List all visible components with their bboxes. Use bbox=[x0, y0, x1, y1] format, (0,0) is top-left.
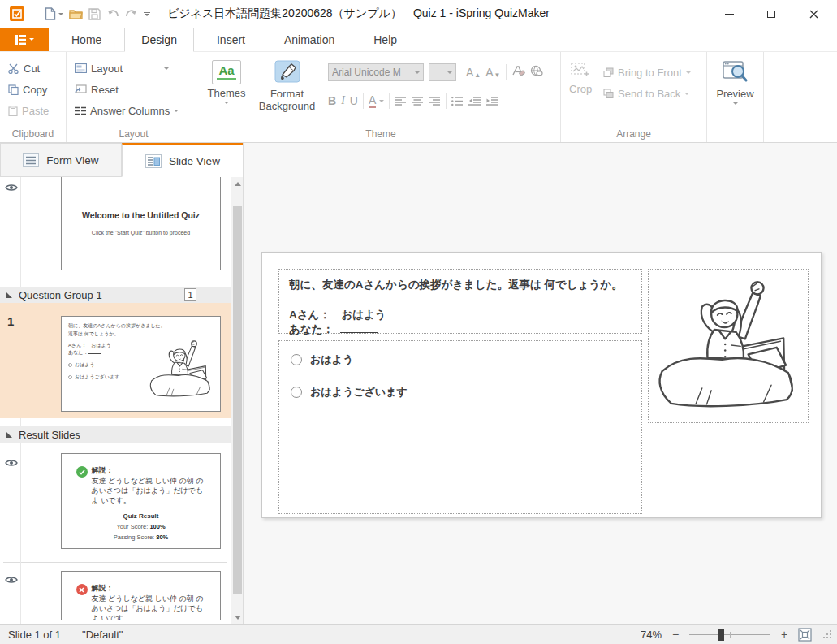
quiz-result-title: Quiz Result bbox=[123, 512, 158, 520]
minimize-button[interactable] bbox=[723, 9, 735, 19]
ribbon-tab-row: Home Design Insert Animation Help bbox=[0, 28, 837, 52]
eye-icon[interactable] bbox=[5, 456, 18, 470]
pass-result-thumbnail[interactable]: 解説： 友達 どうしなど親 しい仲 の朝 の あいさつは「おはよう」だけでもよ … bbox=[61, 453, 221, 549]
thumbnail-list: Welcome to the Untitled Quiz Click the "… bbox=[0, 177, 231, 624]
tab-slide-view[interactable]: Slide View bbox=[122, 143, 243, 177]
tab-form-view[interactable]: Form View bbox=[0, 143, 122, 177]
increase-indent-icon[interactable] bbox=[486, 97, 499, 106]
send-to-back-button[interactable]: Send to Back bbox=[603, 83, 691, 104]
increase-font-size-button[interactable]: A▲ bbox=[466, 66, 481, 79]
font-color-button[interactable]: A bbox=[369, 94, 376, 108]
hyperlink-icon[interactable] bbox=[530, 65, 543, 80]
italic-button[interactable]: I bbox=[341, 94, 345, 107]
quick-access-customize-button[interactable] bbox=[144, 12, 150, 16]
mini-option-2: おはようございます bbox=[75, 374, 119, 381]
question-slide-thumbnail[interactable]: 朝に、友達のAさんからの挨拶がきました。返事は 何でしょうか。 Aさん： おはよ… bbox=[61, 316, 221, 412]
your-score: Your Score: 100% bbox=[116, 523, 165, 530]
fail-body: 友達 どうしなど親 しい仲 の朝 の あいさつは「おはよう」だけでもよ いです。 bbox=[92, 594, 205, 620]
zoom-slider-thumb[interactable] bbox=[718, 629, 724, 641]
paste-button[interactable]: Paste bbox=[0, 100, 66, 121]
redo-button[interactable] bbox=[125, 9, 138, 19]
mini-bed-illustration bbox=[145, 336, 217, 404]
scrollbar-thumb[interactable] bbox=[233, 206, 242, 594]
fit-to-window-button[interactable] bbox=[798, 628, 812, 642]
question-text-box[interactable]: 朝に、友達のAさんからの挨拶がきました。返事は 何でしょうか。 Aさん： おはよ… bbox=[278, 269, 642, 334]
pass-result-row: 解説： 友達 どうしなど親 しい仲 の朝 の あいさつは「おはよう」だけでもよ … bbox=[0, 443, 231, 551]
reset-button[interactable]: Reset bbox=[67, 79, 201, 100]
tab-insert[interactable]: Insert bbox=[201, 28, 261, 51]
close-button[interactable] bbox=[808, 9, 819, 19]
answer-option[interactable]: おはよう bbox=[291, 352, 630, 367]
crop-button[interactable]: Crop bbox=[569, 62, 592, 95]
copy-icon bbox=[8, 84, 19, 95]
clear-formatting-icon[interactable] bbox=[511, 65, 525, 80]
open-folder-button[interactable] bbox=[69, 8, 83, 20]
undo-button[interactable] bbox=[106, 9, 119, 19]
zoom-out-button[interactable]: − bbox=[670, 628, 681, 641]
question-image-box[interactable] bbox=[648, 269, 809, 423]
question-slide-row-selected: 1 朝に、友達のAさんからの挨拶がきました。返事は 何でしょうか。 Aさん： お… bbox=[0, 303, 231, 418]
question-text: 朝に、友達のAさんからの挨拶がきました。返事は 何でしょうか。 bbox=[289, 277, 632, 293]
tab-home[interactable]: Home bbox=[55, 28, 118, 51]
scroll-down-arrow[interactable] bbox=[231, 611, 243, 624]
result-slides-header[interactable]: Result Slides bbox=[0, 426, 231, 443]
slide-canvas: 朝に、友達のAさんからの挨拶がきました。返事は 何でしょうか。 Aさん： おはよ… bbox=[244, 143, 837, 624]
font-name-combo[interactable]: Arial Unicode M bbox=[328, 63, 424, 81]
format-background-icon bbox=[274, 60, 300, 85]
zoom-in-button[interactable]: + bbox=[779, 628, 790, 641]
fail-x-icon bbox=[76, 584, 88, 595]
bring-to-front-button[interactable]: Bring to Front bbox=[603, 62, 691, 83]
answer-option[interactable]: おはようございます bbox=[291, 385, 630, 400]
clipboard-group-label: Clipboard bbox=[0, 128, 66, 140]
reset-icon bbox=[75, 84, 87, 94]
decrease-font-size-button[interactable]: A▼ bbox=[485, 66, 500, 79]
eye-icon[interactable] bbox=[5, 180, 18, 195]
sidebar-scrollbar[interactable] bbox=[231, 177, 243, 624]
align-left-icon[interactable] bbox=[395, 97, 407, 106]
status-bar: Slide 1 of 1 "Default" 74% − + bbox=[0, 624, 837, 644]
answer-columns-button[interactable]: Answer Columns bbox=[67, 100, 201, 121]
radio-button-icon[interactable] bbox=[291, 387, 302, 398]
mini-radio-icon bbox=[68, 375, 72, 379]
application-menu-button[interactable] bbox=[0, 28, 49, 51]
dialogue-line-1: Aさん： おはよう bbox=[289, 308, 632, 323]
eye-icon[interactable] bbox=[5, 573, 18, 587]
themes-icon: Aa bbox=[212, 60, 241, 84]
answer-options-box[interactable]: おはよう おはようございます bbox=[278, 340, 642, 514]
tab-help[interactable]: Help bbox=[357, 28, 413, 51]
fail-result-thumbnail[interactable]: 解説： 友達 どうしなど親 しい仲 の朝 の あいさつは「おはよう」だけでもよ … bbox=[61, 571, 221, 620]
app-menu-icon bbox=[15, 35, 26, 45]
radio-button-icon[interactable] bbox=[291, 354, 302, 365]
font-size-combo[interactable] bbox=[429, 63, 456, 81]
bold-button[interactable]: B bbox=[328, 94, 336, 107]
align-right-icon[interactable] bbox=[429, 97, 441, 106]
question-group-header[interactable]: Question Group 1 1 bbox=[0, 287, 231, 303]
maximize-button[interactable] bbox=[766, 9, 777, 19]
arrange-group: Crop Bring to Front Send to Back Arrange bbox=[561, 52, 707, 142]
bring-to-front-icon bbox=[603, 67, 614, 77]
fail-result-row: 解説： 友達 どうしなど親 しい仲 の朝 の あいさつは「おはよう」だけでもよ … bbox=[0, 563, 231, 620]
zoom-slider[interactable] bbox=[689, 627, 770, 642]
underline-button[interactable]: U bbox=[350, 94, 358, 107]
align-center-icon[interactable] bbox=[412, 97, 424, 106]
preview-button[interactable]: Preview bbox=[707, 52, 763, 105]
decrease-indent-icon[interactable] bbox=[468, 97, 481, 106]
new-document-caret[interactable] bbox=[58, 13, 63, 15]
copy-button[interactable]: Copy bbox=[0, 79, 66, 100]
theme-group: Aa Themes Format Background Arial Un bbox=[201, 52, 561, 142]
save-button[interactable] bbox=[88, 8, 101, 20]
slide-editor[interactable]: 朝に、友達のAさんからの挨拶がきました。返事は 何でしょうか。 Aさん： おはよ… bbox=[261, 252, 822, 518]
tab-animation[interactable]: Animation bbox=[268, 28, 351, 51]
welcome-slide-thumbnail[interactable]: Welcome to the Untitled Quiz Click the "… bbox=[61, 177, 221, 270]
tab-design[interactable]: Design bbox=[124, 28, 194, 52]
cut-button[interactable]: Cut bbox=[0, 58, 66, 79]
pass-check-icon bbox=[76, 466, 88, 478]
send-to-back-icon bbox=[603, 89, 614, 98]
question-number: 1 bbox=[7, 314, 14, 328]
layout-button[interactable]: Layout bbox=[67, 58, 201, 79]
new-document-button[interactable] bbox=[45, 7, 56, 20]
resize-grip[interactable] bbox=[823, 629, 832, 642]
welcome-subtitle: Click the "Start Quiz" button to proceed bbox=[62, 230, 220, 236]
scroll-up-arrow[interactable] bbox=[231, 177, 243, 190]
bullet-list-icon[interactable] bbox=[451, 97, 464, 106]
